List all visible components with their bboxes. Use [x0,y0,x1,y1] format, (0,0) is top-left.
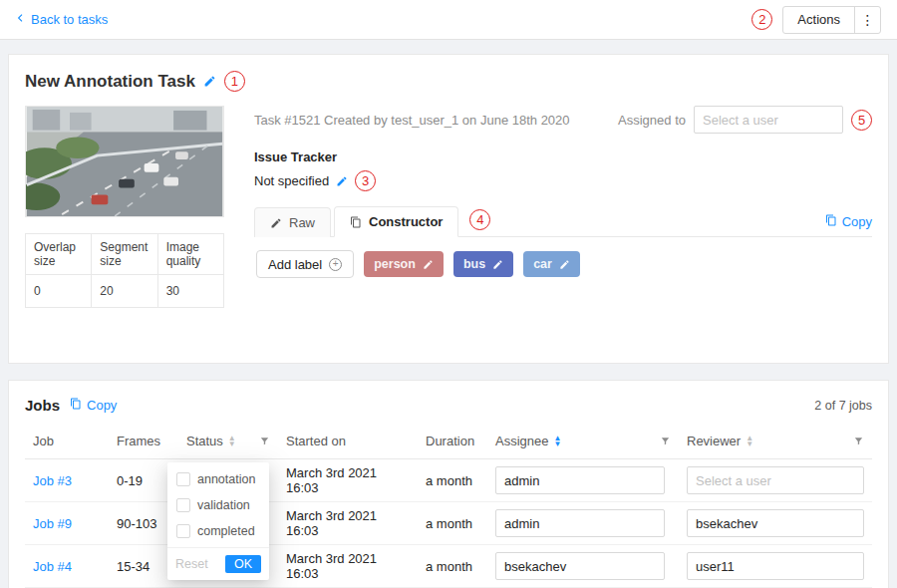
jobs-title: Jobs [25,397,60,414]
col-header-status[interactable]: Status ▲▼ [178,424,278,459]
label-chip-person[interactable]: person [364,251,444,277]
chevron-left-icon [16,12,25,27]
plus-circle-icon: + [329,258,342,271]
back-to-tasks-link[interactable]: Back to tasks [16,12,108,27]
duration-cell: a month [418,545,487,588]
param-value-overlap: 0 [26,275,92,308]
back-to-tasks-label: Back to tasks [31,12,108,27]
filter-option-label: completed [197,524,255,538]
pencil-icon [270,217,282,229]
sort-icon-active: ▲▼ [553,436,561,447]
issue-tracker-value: Not specified [254,173,329,188]
filter-icon[interactable] [853,436,864,446]
table-row: Job #9 90-103 March 3rd 2021 16:03 a mon… [25,502,872,545]
annotation-marker-1: 1 [224,71,245,92]
checkbox[interactable] [176,524,190,538]
duration-cell: a month [418,459,487,502]
edit-issue-tracker-icon[interactable] [336,175,348,187]
annotation-marker-2: 2 [751,9,772,30]
col-header-started: Started on [278,424,418,459]
task-thumbnail [25,106,224,217]
filter-option-label: annotation [197,472,255,486]
label-chip-bus[interactable]: bus [453,251,513,277]
label-chip-person-name: person [374,257,416,271]
started-cell: March 3rd 2021 16:03 [278,502,418,545]
label-chip-car-name: car [533,257,552,271]
reviewer-input[interactable] [687,552,864,580]
annotation-marker-4: 4 [469,209,490,230]
tab-constructor[interactable]: Constructor [334,206,458,237]
duration-cell: a month [418,502,487,545]
filter-option-annotation[interactable]: annotation [167,466,269,492]
jobs-count: 2 of 7 jobs [814,399,872,413]
table-row: Job #3 0-19 March 3rd 2021 16:03 a month [25,459,872,502]
table-row: Job #4 15-34 March 3rd 2021 16:03 a mont… [25,545,872,588]
labels-copy-link[interactable]: Copy [825,214,872,236]
assignee-input[interactable] [495,552,665,580]
sort-icon: ▲▼ [746,436,753,447]
param-value-segment: 20 [92,275,157,308]
col-header-reviewer[interactable]: Reviewer ▲▼ [679,424,872,459]
label-chip-car[interactable]: car [523,251,580,277]
edit-label-icon[interactable] [559,259,570,270]
edit-label-icon[interactable] [492,259,503,270]
job-link[interactable]: Job #9 [33,516,72,531]
actions-button[interactable]: Actions ⋮ [782,6,881,34]
jobs-card: Jobs Copy 2 of 7 jobs Job Frames Status [8,380,889,588]
started-cell: March 3rd 2021 16:03 [278,545,418,588]
checkbox[interactable] [176,498,190,512]
add-label-button[interactable]: Add label + [256,250,354,278]
jobs-table-header-row: Job Frames Status ▲▼ Started on Duration [25,424,872,459]
edit-title-icon[interactable] [203,75,216,88]
task-assignee-input[interactable] [694,106,843,134]
checkbox[interactable] [176,472,190,486]
filter-icon[interactable] [660,436,671,446]
col-header-frames: Frames [109,424,178,459]
block-icon [350,216,362,228]
col-header-duration: Duration [418,424,487,459]
task-params-table: Overlap size Segment size Image quality … [25,233,224,308]
filter-option-label: validation [197,498,250,512]
jobs-copy-label: Copy [87,398,117,413]
filter-option-validation[interactable]: validation [167,492,269,518]
param-value-quality: 30 [157,275,223,308]
copy-icon [825,214,837,229]
filter-icon[interactable] [259,436,270,446]
labels-tabs: Raw Constructor 4 Copy [254,205,872,237]
status-filter-dropdown: annotation validation completed Reset OK [167,462,269,580]
label-chip-bus-name: bus [463,257,485,271]
started-cell: March 3rd 2021 16:03 [278,459,418,502]
param-header-overlap: Overlap size [26,234,92,275]
task-meta: Task #1521 Created by test_user_1 on Jun… [254,113,570,128]
actions-label: Actions [783,12,854,27]
annotation-marker-5: 5 [851,110,872,131]
tab-constructor-label: Constructor [369,214,443,229]
job-link[interactable]: Job #3 [33,473,72,488]
col-header-job: Job [25,424,109,459]
tab-raw-label: Raw [289,215,315,230]
reviewer-input[interactable] [687,509,864,537]
param-header-quality: Image quality [157,234,223,275]
edit-label-icon[interactable] [423,259,434,270]
annotation-marker-3: 3 [355,170,376,191]
reviewer-input[interactable] [687,466,864,494]
more-menu-icon[interactable]: ⋮ [854,7,880,33]
top-bar: Back to tasks 2 Actions ⋮ [0,0,897,40]
jobs-copy-link[interactable]: Copy [70,398,117,413]
issue-tracker-label: Issue Tracker [254,149,872,164]
add-label-text: Add label [268,257,322,272]
assignee-input[interactable] [495,509,665,537]
assignee-input[interactable] [495,466,665,494]
task-title: New Annotation Task [25,72,195,92]
job-link[interactable]: Job #4 [33,559,72,574]
col-header-assignee[interactable]: Assignee ▲▼ [487,424,679,459]
labels-copy-label: Copy [842,214,872,229]
filter-option-completed[interactable]: completed [167,518,269,544]
task-card: New Annotation Task 1 [8,54,889,364]
sort-icon: ▲▼ [228,436,236,447]
filter-reset-button[interactable]: Reset [175,557,208,571]
assigned-to-label: Assigned to [618,113,686,128]
param-header-segment: Segment size [92,234,157,275]
filter-ok-button[interactable]: OK [225,555,261,573]
tab-raw[interactable]: Raw [254,207,331,237]
